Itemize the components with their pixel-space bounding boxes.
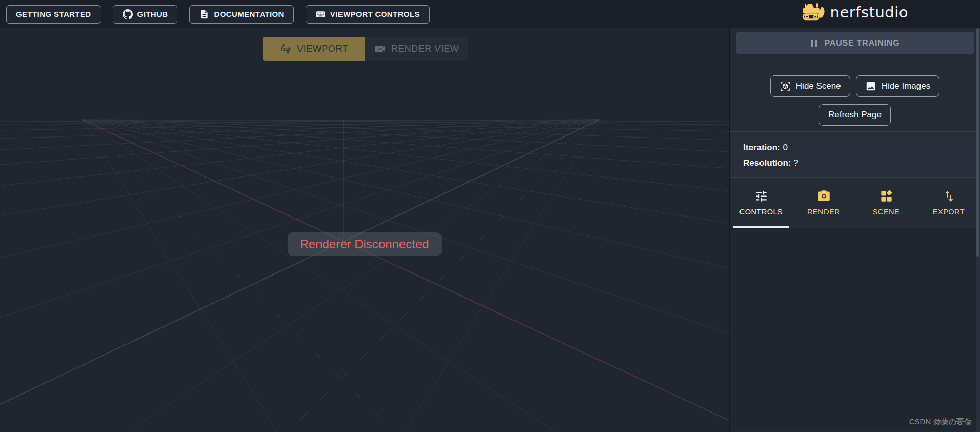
hide-scene-label: Hide Scene bbox=[796, 81, 841, 91]
bulldozer-logo-icon bbox=[801, 2, 827, 23]
tab-render-label: RENDER bbox=[807, 208, 840, 216]
import-export-icon bbox=[942, 189, 956, 203]
pause-training-label: PAUSE TRAINING bbox=[825, 38, 900, 48]
pause-training-button[interactable]: PAUSE TRAINING bbox=[736, 32, 974, 54]
viewport-mode-tabs: 3D VIEWPORT RENDER VIEW bbox=[263, 37, 468, 61]
iteration-stat: Iteration: 0 bbox=[743, 140, 980, 155]
refresh-row: Refresh Page bbox=[730, 104, 980, 126]
pause-icon bbox=[811, 40, 817, 47]
watermark-text: CSDN @蘭の憂傷 bbox=[909, 417, 972, 427]
iteration-label: Iteration: bbox=[743, 143, 781, 152]
image-icon bbox=[865, 81, 876, 92]
resolution-label: Resolution: bbox=[743, 158, 791, 168]
logo-wordmark: nerfstudio bbox=[830, 4, 908, 21]
sidebar-content-panel: CSDN @蘭の憂傷 bbox=[730, 228, 980, 431]
github-icon bbox=[123, 9, 133, 19]
tab-scene-label: SCENE bbox=[873, 208, 899, 216]
control-sidebar: PAUSE TRAINING Hide Scene Hide Images Re… bbox=[729, 28, 980, 432]
documentation-button[interactable]: DOCUMENTATION bbox=[189, 5, 293, 24]
tab-controls-label: CONTROLS bbox=[739, 208, 783, 216]
document-icon bbox=[199, 9, 209, 19]
widgets-icon bbox=[879, 189, 893, 203]
sliders-icon bbox=[754, 189, 768, 203]
top-navigation-bar: GETTING STARTED GITHUB DOCUMENTATION VIE… bbox=[0, 0, 980, 28]
sidebar-scrollbar[interactable] bbox=[976, 28, 980, 432]
svg-text:3D: 3D bbox=[283, 46, 289, 52]
sidebar-tab-bar: CONTROLS RENDER SCENE EXPORT bbox=[730, 178, 980, 228]
hide-images-label: Hide Images bbox=[882, 81, 930, 91]
tab-viewport[interactable]: 3D VIEWPORT bbox=[263, 37, 365, 61]
github-button[interactable]: GITHUB bbox=[113, 5, 178, 24]
topbar-button-group: GETTING STARTED GITHUB DOCUMENTATION VIE… bbox=[0, 5, 430, 24]
scene-cube-icon bbox=[779, 81, 791, 92]
github-label: GITHUB bbox=[137, 10, 168, 18]
3d-rotation-icon: 3D bbox=[279, 43, 292, 55]
camera-icon bbox=[817, 189, 831, 203]
tab-controls[interactable]: CONTROLS bbox=[730, 178, 792, 228]
tab-export[interactable]: EXPORT bbox=[917, 178, 980, 228]
viewport-controls-label: VIEWPORT CONTROLS bbox=[330, 10, 420, 18]
ground-grid bbox=[0, 28, 729, 432]
hide-images-button[interactable]: Hide Images bbox=[856, 75, 939, 97]
main-area: 3D VIEWPORT RENDER VIEW Renderer Disconn… bbox=[0, 28, 980, 432]
hide-scene-button[interactable]: Hide Scene bbox=[770, 75, 850, 97]
getting-started-label: GETTING STARTED bbox=[16, 10, 91, 18]
red-axis-line bbox=[82, 120, 729, 420]
nerfstudio-logo: nerfstudio bbox=[801, 2, 908, 23]
resolution-value: ? bbox=[793, 158, 798, 168]
green-axis-line bbox=[0, 120, 600, 404]
3d-viewport[interactable]: 3D VIEWPORT RENDER VIEW Renderer Disconn… bbox=[0, 28, 729, 432]
resolution-stat: Resolution: ? bbox=[743, 155, 980, 171]
getting-started-button[interactable]: GETTING STARTED bbox=[6, 5, 101, 24]
refresh-page-label: Refresh Page bbox=[828, 110, 882, 120]
tab-render[interactable]: RENDER bbox=[792, 178, 855, 228]
training-stats-panel: Iteration: 0 Resolution: ? bbox=[730, 131, 980, 178]
tab-render-view[interactable]: RENDER VIEW bbox=[365, 37, 468, 61]
tab-export-label: EXPORT bbox=[933, 208, 965, 216]
tab-scene[interactable]: SCENE bbox=[855, 178, 917, 228]
video-camera-icon bbox=[374, 43, 386, 55]
refresh-page-button[interactable]: Refresh Page bbox=[819, 104, 891, 126]
keyboard-icon bbox=[315, 9, 326, 19]
tab-viewport-label: VIEWPORT bbox=[297, 44, 348, 54]
hide-buttons-row: Hide Scene Hide Images bbox=[730, 75, 980, 97]
renderer-disconnected-message: Renderer Disconnected bbox=[287, 232, 441, 256]
documentation-label: DOCUMENTATION bbox=[214, 10, 284, 18]
scrollbar-thumb[interactable] bbox=[976, 28, 979, 257]
tab-render-view-label: RENDER VIEW bbox=[391, 44, 459, 54]
iteration-value: 0 bbox=[783, 143, 787, 152]
viewport-controls-button[interactable]: VIEWPORT CONTROLS bbox=[306, 5, 430, 24]
